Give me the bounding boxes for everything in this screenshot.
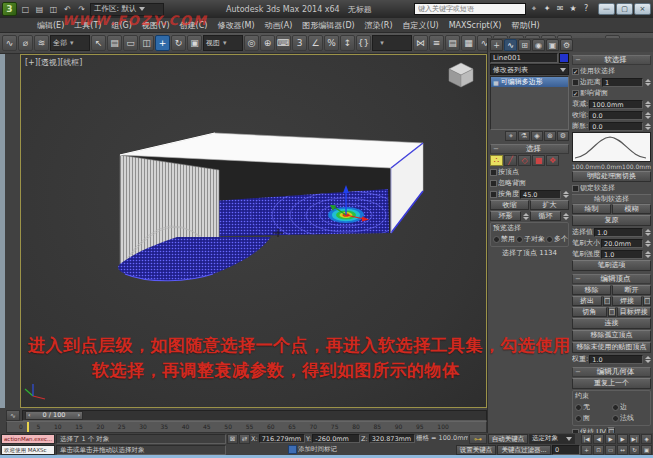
remove-isolated-vertices-button[interactable]: 移除孤立顶点 [572,330,651,341]
remove-modifier-icon[interactable]: ⊗ [544,131,556,141]
bubble-spinner[interactable] [644,122,651,131]
ring-button[interactable]: 环形 [490,211,521,221]
key-filters-button[interactable]: 关键点过滤器... [497,445,551,455]
selection-value-spinner[interactable] [644,228,651,237]
menu-item[interactable]: MAXScript(X) [444,21,507,30]
modifier-stack[interactable]: ▦ 可编辑多边形 [490,76,569,130]
rollout-soft-selection[interactable]: − 软选择 [572,55,651,65]
brush-size-field[interactable]: 20.0mm [601,239,643,248]
constraint-radio[interactable]: 边 [612,402,648,412]
maxscript-welcome-line[interactable]: 欢迎使用 MAXSc [1,445,55,455]
vertex-subobject-icon[interactable]: ∴ [490,155,503,166]
break-button[interactable]: 断开 [612,285,651,295]
align-icon[interactable]: ≡ [429,35,444,51]
reference-coordinate-dropdown[interactable]: 视图 [203,35,243,51]
extrude-settings-button[interactable]: □ [603,296,611,306]
object-name-field[interactable]: Line001 [490,53,558,63]
remove-button[interactable]: 移除 [572,285,611,295]
object-color-swatch[interactable] [559,53,569,63]
weld-button[interactable]: 焊接 [612,296,642,306]
by-vertex-checkbox[interactable] [490,169,497,176]
target-weld-button[interactable]: 目标焊接 [617,307,652,317]
rectangular-selection-icon[interactable]: ▭ [123,35,138,51]
tab-motion[interactable]: ◉ [532,39,545,51]
brush-size-spinner[interactable] [644,239,651,248]
by-angle-checkbox[interactable] [490,191,497,198]
menu-item[interactable]: 自定义(U) [398,20,444,31]
pan-icon[interactable]: ↔ [617,445,628,455]
revert-button[interactable]: 复原 [572,215,651,226]
tab-utilities[interactable]: ⚙ [560,39,573,51]
modifier-list-dropdown[interactable]: 修改器列表 [490,64,569,75]
save-file-icon[interactable]: ◫ [47,3,60,16]
use-pivot-center-icon[interactable]: ◎ [244,35,259,51]
brush-strength-field[interactable]: 1.0 [601,250,643,259]
grow-button[interactable]: 扩大 [530,200,569,210]
angle-spinner[interactable] [562,190,569,199]
graphite-ribbon-icon[interactable]: ▦ [461,35,476,51]
chamfer-settings-button[interactable]: □ [608,307,616,317]
selection-filter-dropdown[interactable]: 全部 [50,35,90,51]
current-frame-marker[interactable] [27,422,29,432]
brush-options-button[interactable]: 笔刷选项 [572,260,651,271]
polygon-subobject-icon[interactable]: ■ [532,155,545,166]
select-and-manipulate-icon[interactable]: ⊕ [260,35,275,51]
preview-radio[interactable]: 子对象 [516,234,545,244]
use-soft-selection-checkbox[interactable]: ✓ [572,68,579,75]
blur-button[interactable]: 模糊 [612,204,651,214]
slider-prev-arrow[interactable]: ‹ [28,411,31,419]
edge-distance-spinner[interactable] [644,78,651,87]
maxscript-macro-line[interactable]: actionMan.exec... [1,434,55,444]
key-mode-toggle-icon[interactable]: ◈ [641,434,652,444]
constraint-radio[interactable]: 无 [575,402,611,412]
auto-key-button[interactable]: 自动关键点 [488,434,528,444]
maximize-button[interactable]: ▢ [616,3,633,15]
connect-button[interactable]: 连接 [572,318,651,329]
brush-strength-spinner[interactable] [644,250,651,259]
app-logo-icon[interactable]: 3 [2,2,17,16]
communication-center-icon[interactable]: ✉ [554,3,566,15]
tab-modify[interactable]: ∿ [504,39,517,51]
angle-field[interactable]: 45.0 [520,190,561,199]
minimize-button[interactable]: — [598,3,615,15]
window-crossing-icon[interactable]: ◫ [139,35,154,51]
bubble-field[interactable]: 0.0 [589,122,643,131]
select-and-scale-icon[interactable]: ▣ [187,35,202,51]
menu-item[interactable]: 帮助(H) [506,20,544,31]
rollout-edit-vertices[interactable]: − 编辑顶点 [572,274,651,284]
constraint-radio[interactable]: 法线 [612,413,648,423]
current-frame-field[interactable]: 0 [552,445,580,455]
rollout-selection[interactable]: − 选择 [490,144,569,154]
go-to-start-button[interactable]: |◀ [581,434,592,444]
y-coordinate-field[interactable]: -260.0mm [312,434,360,443]
favorites-icon[interactable]: ★ [567,3,579,15]
select-by-name-icon[interactable]: ▤ [107,35,122,51]
selection-value-field[interactable]: 1.0 [594,228,643,237]
slider-next-arrow[interactable]: › [77,411,80,419]
element-subobject-icon[interactable]: ❖ [546,155,559,166]
preview-radio[interactable]: 多个 [546,234,568,244]
set-key-button[interactable]: 设置关键点 [456,445,496,455]
time-slider[interactable]: ‹ 0 / 100 › [22,410,487,421]
extrude-button[interactable]: 挤出 [572,296,602,306]
tab-hierarchy[interactable]: ⊞ [518,39,531,51]
falloff-field[interactable]: 100.0mm [589,100,643,109]
select-and-move-icon[interactable]: + [155,35,170,51]
lock-soft-selection-checkbox[interactable] [572,185,579,192]
orbit-icon[interactable]: ↻ [629,445,640,455]
pinch-spinner[interactable] [644,111,651,120]
mini-curve-editor-button[interactable]: ∿ [6,410,20,421]
ring-spinner[interactable] [522,212,529,221]
edit-named-selection-sets-icon[interactable]: {} [356,35,371,51]
set-keys-button[interactable]: ⊶ [469,434,487,444]
paint-button[interactable]: 绘制 [572,204,611,214]
play-button[interactable]: ▶ [605,434,616,444]
tab-create[interactable]: + [490,39,503,51]
edge-distance-field[interactable]: 1 [602,78,643,87]
named-selection-sets-dropdown[interactable] [372,35,412,51]
show-end-result-icon[interactable]: ⚗ [518,131,530,141]
track-bar[interactable]: 0510152025303540455055606570758085909510… [6,421,487,433]
time-slider-handle[interactable]: ‹ 0 / 100 › [25,411,83,420]
subscription-icon[interactable]: ✦ [541,3,553,15]
previous-frame-button[interactable]: ◀ [593,434,604,444]
